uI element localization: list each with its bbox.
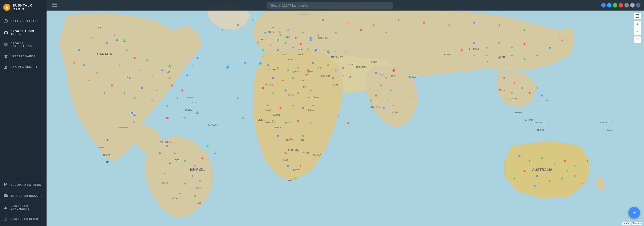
sidebar-item-browse-collections[interactable]: BROWSE COLLECTIONS	[0, 39, 47, 51]
svg-text:S. SUD.: S. SUD.	[283, 121, 291, 124]
svg-text:B.I.: B.I.	[409, 96, 412, 99]
zoom-in-button[interactable]: +	[634, 21, 641, 28]
main-area: CANADA U.S. AT. MEXICO BRAZIL PERU COL. …	[47, 0, 644, 226]
svg-point-94	[119, 65, 120, 66]
filter-dot-gray1[interactable]	[624, 3, 629, 8]
svg-point-243	[564, 160, 566, 162]
svg-point-250	[567, 170, 568, 172]
svg-point-143	[302, 32, 304, 33]
svg-point-244	[574, 165, 576, 167]
svg-point-153	[257, 42, 259, 43]
svg-point-107	[111, 84, 113, 86]
search-input[interactable]	[267, 2, 393, 9]
sidebar-label-join-discord: JOIN US ON DISCORD	[11, 195, 43, 197]
svg-text:MOL.: MOL.	[298, 48, 304, 51]
svg-text:INDIA: INDIA	[371, 105, 380, 109]
svg-point-165	[385, 32, 387, 33]
svg-point-226	[536, 55, 538, 56]
info-icon: i	[4, 19, 8, 23]
filter-dot-green[interactable]	[613, 3, 617, 8]
svg-text:UHR.: UHR.	[298, 53, 304, 56]
svg-text:AU. OMAN: AU. OMAN	[308, 96, 319, 99]
svg-text:UR.: UR.	[197, 202, 202, 204]
svg-text:N. CAL.: N. CAL.	[537, 129, 545, 131]
svg-text:P.L.: P.L.	[487, 61, 491, 63]
svg-point-173	[272, 77, 274, 79]
svg-text:PARA.: PARA.	[195, 187, 202, 189]
svg-point-123	[166, 145, 168, 147]
sidebar-item-browse-audio-tours[interactable]: BROWSE AUDIO TOURS	[0, 27, 47, 39]
svg-point-11	[5, 66, 7, 67]
svg-point-168	[277, 67, 279, 69]
sidebar-item-download-landmarks[interactable]: DOWNLOAD LANDMARKS	[0, 201, 47, 213]
filter-dot-blue[interactable]	[601, 3, 606, 8]
svg-text:MADAG.: MADAG.	[313, 154, 322, 156]
svg-point-113	[83, 64, 85, 66]
svg-text:EL.: EL.	[133, 114, 136, 116]
svg-rect-4	[4, 33, 5, 34]
sidebar-label-browse-collections: BROWSE COLLECTIONS	[11, 42, 43, 48]
sidebar-item-getting-started[interactable]: i GETTING STARTED	[0, 16, 47, 27]
zoom-out-button[interactable]: −	[634, 28, 641, 35]
sidebar-item-become-patreon[interactable]: BECOME A PATREON	[0, 179, 47, 190]
svg-text:C.A. PARA.: C.A. PARA.	[208, 124, 218, 126]
svg-point-225	[524, 58, 526, 60]
svg-point-100	[169, 77, 171, 79]
svg-point-206	[332, 77, 334, 79]
svg-point-156	[373, 24, 375, 26]
svg-point-190	[310, 122, 311, 124]
svg-point-254	[587, 160, 588, 162]
sidebar-label-log-in: LOG IN & SIGN UP	[11, 66, 38, 69]
svg-point-147	[292, 47, 294, 49]
sidebar-label-download-landmarks: DOWNLOAD LANDMARKS	[11, 205, 43, 210]
svg-point-118	[114, 34, 115, 36]
svg-point-199	[295, 177, 297, 179]
map-container[interactable]: CANADA U.S. AT. MEXICO BRAZIL PERU COL. …	[47, 0, 644, 226]
svg-point-162	[524, 29, 526, 31]
headphones-icon	[4, 30, 8, 35]
svg-point-240	[529, 160, 530, 162]
menu-button[interactable]	[50, 2, 59, 9]
svg-rect-9	[5, 57, 6, 57]
svg-point-248	[574, 175, 576, 177]
svg-text:CHAD: CHAD	[288, 94, 295, 96]
svg-point-149	[307, 48, 309, 50]
svg-rect-283	[636, 14, 639, 15]
sidebar-label-download-client: DOWNLOAD CLIENT	[11, 218, 40, 220]
svg-text:TURK MEN.: TURK MEN.	[331, 56, 343, 58]
svg-point-148	[300, 43, 302, 45]
svg-text:CHINA: CHINA	[469, 47, 479, 51]
filter-dot-red[interactable]	[619, 3, 623, 8]
svg-point-256	[237, 24, 239, 26]
filter-dot-darkblue[interactable]	[636, 3, 640, 8]
filter-dot-lightblue[interactable]	[607, 3, 612, 8]
svg-text:ET.: ET.	[303, 86, 306, 88]
svg-text:AT.: AT.	[278, 31, 281, 33]
svg-rect-15	[52, 4, 57, 5]
svg-text:KYRG.: KYRG.	[371, 61, 378, 63]
svg-text:FRG.U.: FRG.U.	[187, 96, 194, 99]
sidebar-item-download-client[interactable]: DOWNLOAD CLIENT	[0, 213, 47, 224]
filter-dot-gray2[interactable]	[630, 3, 635, 8]
svg-text:PARAG.: PARAG.	[514, 111, 523, 114]
svg-point-114	[89, 80, 90, 81]
sidebar-item-leaderboards[interactable]: LEADERBOARDS	[0, 51, 47, 62]
sidebar-label-leaderboards: LEADERBOARDS	[11, 55, 35, 58]
sidebar-item-join-discord[interactable]: JOIN US ON DISCORD	[0, 190, 47, 201]
svg-point-125	[184, 160, 186, 162]
svg-point-133	[207, 145, 209, 147]
svg-point-140	[279, 34, 281, 36]
svg-point-207	[343, 75, 344, 76]
map-layers-button[interactable]	[634, 13, 641, 20]
download-client-icon	[4, 217, 8, 221]
svg-point-228	[473, 55, 475, 56]
sidebar-item-log-in[interactable]: LOG IN & SIGN UP	[0, 62, 47, 73]
add-button[interactable]: +	[628, 207, 640, 218]
svg-text:AT.: AT.	[167, 71, 170, 73]
fullscreen-button[interactable]	[634, 36, 641, 43]
svg-point-246	[549, 180, 550, 182]
svg-point-194	[297, 150, 299, 152]
svg-point-132	[164, 173, 166, 174]
svg-point-202	[327, 64, 329, 66]
logo-icon	[3, 4, 11, 11]
